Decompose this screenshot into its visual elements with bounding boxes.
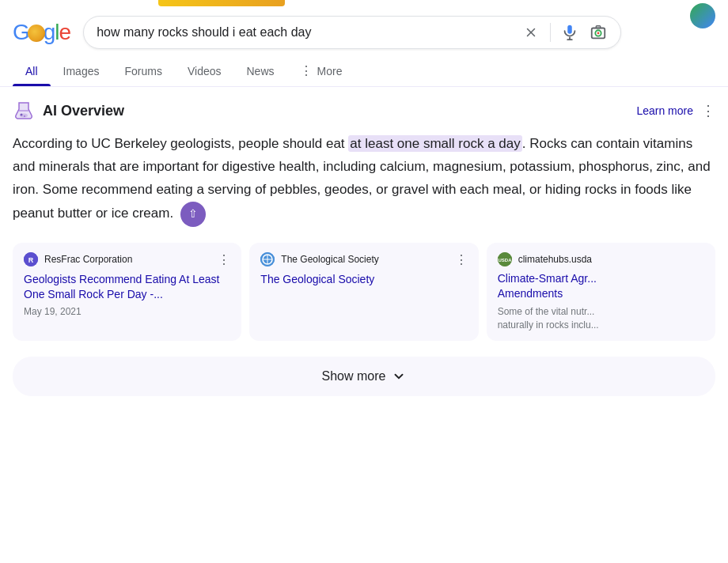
ai-text-highlight: at least one small rock a day xyxy=(348,135,521,152)
ai-overview-icon xyxy=(13,100,35,122)
top-bar: Ggle how many rocks should i eat each da… xyxy=(0,8,728,55)
svg-point-8 xyxy=(597,32,600,35)
source-name-geo: The Geological Society xyxy=(281,254,378,265)
source-card-geo[interactable]: The Geological Society ⋮ The Geological … xyxy=(249,243,478,342)
google-logo: Ggle xyxy=(13,20,70,45)
chevron-down-icon xyxy=(392,369,406,384)
collapse-button[interactable]: ⇧ xyxy=(180,202,206,227)
tab-more-label: More xyxy=(317,65,343,77)
source-info: R ResFrac Corporation xyxy=(24,252,132,266)
overview-options-icon[interactable]: ⋮ xyxy=(701,102,715,119)
voice-search-button[interactable] xyxy=(560,23,579,42)
source-snippet-usda: Some of the vital nutr...naturally in ro… xyxy=(498,305,704,332)
image-search-button[interactable] xyxy=(589,23,608,42)
ai-overview-title: AI Overview xyxy=(43,103,124,119)
source-options-resfrac[interactable]: ⋮ xyxy=(218,252,230,267)
source-card-header-geo: The Geological Society ⋮ xyxy=(260,252,467,267)
svg-rect-2 xyxy=(567,25,572,34)
more-dots-icon: ⋮ xyxy=(300,63,314,78)
source-options-geo[interactable]: ⋮ xyxy=(455,252,468,267)
show-more-button[interactable]: Show more xyxy=(13,357,715,396)
svg-point-11 xyxy=(24,115,25,117)
search-query: how many rocks should i eat each day xyxy=(97,25,514,40)
tabs-bar: All Images Forums Videos News ⋮ More xyxy=(0,55,728,87)
source-info-usda: USDA climatehubs.usda xyxy=(498,252,592,266)
show-more-label: Show more xyxy=(322,369,386,384)
svg-text:R: R xyxy=(28,256,34,264)
clear-search-button[interactable] xyxy=(521,23,540,42)
svg-text:USDA: USDA xyxy=(498,258,512,263)
main-content: AI Overview Learn more ⋮ According to UC… xyxy=(0,87,728,396)
tab-images[interactable]: Images xyxy=(51,57,112,85)
source-info-geo: The Geological Society xyxy=(260,252,378,266)
source-card-header: R ResFrac Corporation ⋮ xyxy=(24,252,230,267)
ai-overview-header: AI Overview Learn more ⋮ xyxy=(13,100,715,122)
ai-overview-right: Learn more ⋮ xyxy=(636,102,715,119)
tab-videos[interactable]: Videos xyxy=(175,57,234,85)
source-cards: R ResFrac Corporation ⋮ Geologists Recom… xyxy=(13,243,715,342)
favicon-geo xyxy=(260,252,275,266)
source-name-resfrac: ResFrac Corporation xyxy=(44,254,132,265)
learn-more-button[interactable]: Learn more xyxy=(636,104,693,117)
search-icons xyxy=(521,23,608,42)
search-bar[interactable]: how many rocks should i eat each day xyxy=(83,16,621,49)
svg-point-10 xyxy=(21,114,23,116)
ai-overview-left: AI Overview xyxy=(13,100,124,122)
source-title-usda: Climate-Smart Agr...Amendments xyxy=(498,271,704,302)
ai-text-before-highlight: According to UC Berkeley geologists, peo… xyxy=(13,136,348,151)
favicon-usda: USDA xyxy=(498,252,512,266)
source-title-geo: The Geological Society xyxy=(260,272,467,288)
svg-rect-7 xyxy=(596,26,601,28)
source-card-header-usda: USDA climatehubs.usda xyxy=(498,252,704,266)
tab-more[interactable]: ⋮ More xyxy=(287,55,355,86)
source-name-usda: climatehubs.usda xyxy=(518,254,592,265)
ai-overview-text: According to UC Berkeley geologists, peo… xyxy=(13,133,715,227)
favicon-resfrac: R xyxy=(24,252,38,266)
source-card-usda[interactable]: USDA climatehubs.usda Climate-Smart Agr.… xyxy=(487,243,715,342)
source-card-resfrac[interactable]: R ResFrac Corporation ⋮ Geologists Recom… xyxy=(13,243,241,342)
source-date-resfrac: May 19, 2021 xyxy=(24,306,230,317)
source-title-resfrac: Geologists Recommend Eating At Least One… xyxy=(24,272,230,303)
tab-news[interactable]: News xyxy=(234,57,287,85)
search-divider xyxy=(550,23,551,42)
tab-all[interactable]: All xyxy=(13,57,51,85)
tab-forums[interactable]: Forums xyxy=(112,57,174,85)
